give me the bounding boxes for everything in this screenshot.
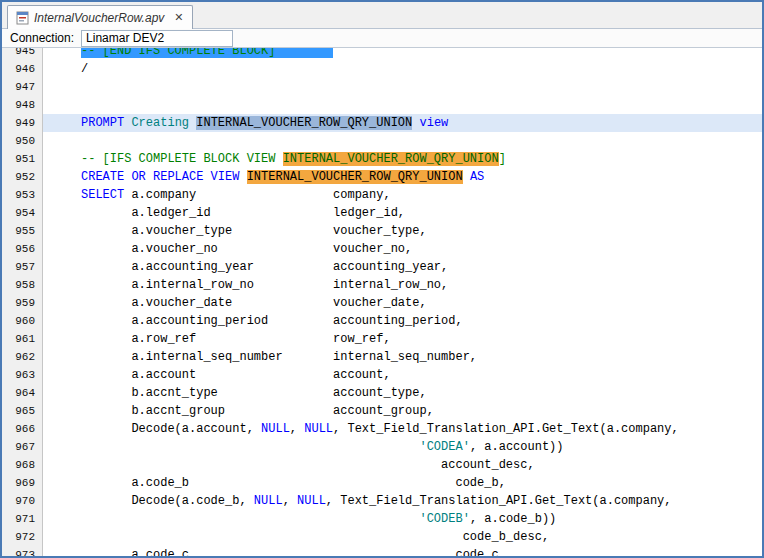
line-number: 969 <box>2 474 42 492</box>
code-line-965[interactable]: b.accnt_group account_group, <box>43 402 762 420</box>
code-line-955[interactable]: a.voucher_type voucher_type, <box>43 222 762 240</box>
line-number: 964 <box>2 384 42 402</box>
code-line-963[interactable]: a.account account, <box>43 366 762 384</box>
code-line-957[interactable]: a.accounting_year accounting_year, <box>43 258 762 276</box>
code-segment: CREATE OR REPLACE VIEW <box>81 170 247 184</box>
code-lines: -- [END IFS COMPLETE BLOCK] /PROMPT Crea… <box>43 48 762 556</box>
code-segment: -- [END IFS COMPLETE BLOCK] <box>81 48 333 58</box>
code-segment: PROMPT <box>81 116 124 130</box>
code-line-947[interactable] <box>43 78 762 96</box>
line-number: 950 <box>2 132 42 150</box>
code-line-950[interactable] <box>43 132 762 150</box>
code-segment: a.row_ref row_ref, <box>81 332 391 346</box>
code-segment: , Text_Field_Translation_API.Get_Text(a.… <box>333 422 679 436</box>
code-line-948[interactable] <box>43 96 762 114</box>
code-segment: -- [IFS COMPLETE BLOCK VIEW <box>81 152 283 166</box>
code-line-966[interactable]: Decode(a.account, NULL, NULL, Text_Field… <box>43 420 762 438</box>
line-number: 959 <box>2 294 42 312</box>
code-segment: Decode(a.code_b, <box>81 494 254 508</box>
line-number: 963 <box>2 366 42 384</box>
code-segment: view <box>412 116 448 130</box>
code-segment: NULL <box>304 422 333 436</box>
line-number: 954 <box>2 204 42 222</box>
line-number: 947 <box>2 78 42 96</box>
tab-title: InternalVoucherRow.apv <box>34 11 164 25</box>
code-line-969[interactable]: a.code_b code_b, <box>43 474 762 492</box>
code-segment: a.accounting_period accounting_period, <box>81 314 463 328</box>
code-line-967[interactable]: 'CODEA', a.account)) <box>43 438 762 456</box>
code-line-968[interactable]: account_desc, <box>43 456 762 474</box>
connection-bar: Connection: <box>2 29 762 48</box>
code-segment: , <box>283 494 297 508</box>
code-segment: NULL <box>261 422 290 436</box>
code-line-953[interactable]: SELECT a.company company, <box>43 186 762 204</box>
code-line-973[interactable]: a.code_c code_c, <box>43 546 762 556</box>
code-line-956[interactable]: a.voucher_no voucher_no, <box>43 240 762 258</box>
code-segment: INTERNAL_VOUCHER_ROW_QRY_UNION <box>283 152 499 166</box>
code-segment: a.voucher_date voucher_date, <box>81 296 427 310</box>
code-segment: a.internal_row_no internal_row_no, <box>81 278 448 292</box>
code-segment <box>81 512 419 526</box>
code-line-964[interactable]: b.accnt_type account_type, <box>43 384 762 402</box>
code-segment: a.voucher_type voucher_type, <box>81 224 427 238</box>
code-line-972[interactable]: code_b_desc, <box>43 528 762 546</box>
tab-close-icon[interactable]: ✕ <box>174 12 183 23</box>
code-segment: , a.account)) <box>470 440 564 454</box>
code-segment: a.internal_seq_number internal_seq_numbe… <box>81 350 477 364</box>
tab-internalvoucherrow[interactable]: InternalVoucherRow.apv ✕ <box>7 5 193 29</box>
line-number: 951 <box>2 150 42 168</box>
line-number: 949 <box>2 114 42 132</box>
code-line-951[interactable]: -- [IFS COMPLETE BLOCK VIEW INTERNAL_VOU… <box>43 150 762 168</box>
file-icon <box>16 11 29 25</box>
code-line-962[interactable]: a.internal_seq_number internal_seq_numbe… <box>43 348 762 366</box>
code-line-971[interactable]: 'CODEB', a.code_b)) <box>43 510 762 528</box>
code-segment: INTERNAL_VOUCHER_ROW_QRY_UNION <box>196 116 412 130</box>
line-number: 961 <box>2 330 42 348</box>
line-number: 971 <box>2 510 42 528</box>
code-line-954[interactable]: a.ledger_id ledger_id, <box>43 204 762 222</box>
line-number: 953 <box>2 186 42 204</box>
code-segment: a.ledger_id ledger_id, <box>81 206 405 220</box>
connection-input[interactable] <box>81 30 233 47</box>
code-segment: a.voucher_no voucher_no, <box>81 242 412 256</box>
code-segment: AS <box>463 170 485 184</box>
code-segment <box>81 440 419 454</box>
code-line-970[interactable]: Decode(a.code_b, NULL, NULL, Text_Field_… <box>43 492 762 510</box>
code-line-946[interactable]: / <box>43 60 762 78</box>
line-number: 946 <box>2 60 42 78</box>
line-number: 968 <box>2 456 42 474</box>
line-number: 966 <box>2 420 42 438</box>
code-segment: a.code_b code_b, <box>81 476 506 490</box>
code-segment: , <box>290 422 304 436</box>
code-segment: a.company company, <box>124 188 390 202</box>
line-number: 970 <box>2 492 42 510</box>
code-segment: 'CODEA' <box>419 440 469 454</box>
code-segment: NULL <box>297 494 326 508</box>
line-number: 945 <box>2 48 42 60</box>
code-line-949[interactable]: PROMPT Creating INTERNAL_VOUCHER_ROW_QRY… <box>43 114 762 132</box>
code-line-958[interactable]: a.internal_row_no internal_row_no, <box>43 276 762 294</box>
code-line-961[interactable]: a.row_ref row_ref, <box>43 330 762 348</box>
line-number-gutter: 9459469479489499509519529539549559569579… <box>2 48 43 556</box>
code-segment: b.accnt_type account_type, <box>81 386 427 400</box>
code-segment: account_desc, <box>81 458 535 472</box>
code-segment: INTERNAL_VOUCHER_ROW_QRY_UNION <box>247 170 463 184</box>
code-segment: NULL <box>254 494 283 508</box>
line-number: 962 <box>2 348 42 366</box>
line-number: 956 <box>2 240 42 258</box>
code-segment: Creating <box>124 116 196 130</box>
code-editor[interactable]: 9459469479489499509519529539549559569579… <box>2 48 762 556</box>
code-line-959[interactable]: a.voucher_date voucher_date, <box>43 294 762 312</box>
line-number: 952 <box>2 168 42 186</box>
code-line-945[interactable]: -- [END IFS COMPLETE BLOCK] <box>43 48 762 60</box>
code-surface[interactable]: -- [END IFS COMPLETE BLOCK] /PROMPT Crea… <box>43 48 762 556</box>
editor-window: InternalVoucherRow.apv ✕ Connection: 945… <box>0 0 764 558</box>
line-number: 957 <box>2 258 42 276</box>
code-segment: Decode(a.account, <box>81 422 261 436</box>
code-line-952[interactable]: CREATE OR REPLACE VIEW INTERNAL_VOUCHER_… <box>43 168 762 186</box>
code-line-960[interactable]: a.accounting_period accounting_period, <box>43 312 762 330</box>
code-segment: ] <box>499 152 506 166</box>
code-segment: , a.code_b)) <box>470 512 556 526</box>
line-number: 960 <box>2 312 42 330</box>
code-segment: , Text_Field_Translation_API.Get_Text(a.… <box>326 494 672 508</box>
